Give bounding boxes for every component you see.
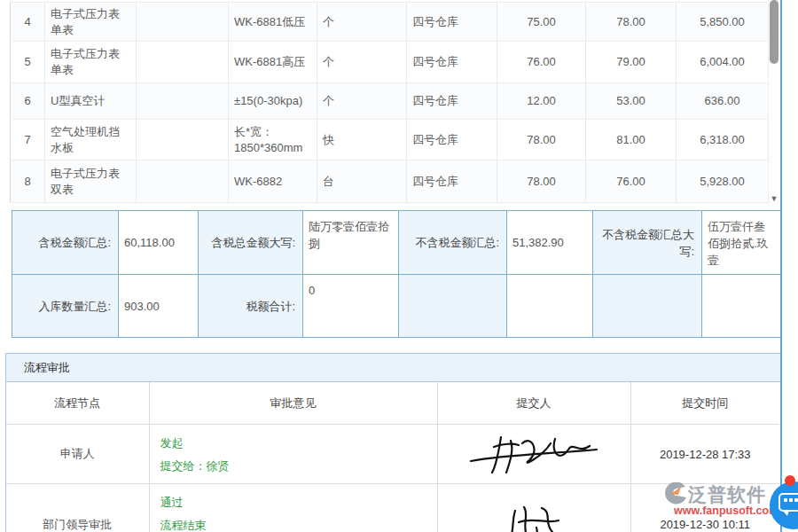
empty-cell xyxy=(137,120,229,160)
signature-image xyxy=(503,500,565,532)
flow-node: 部门领导审批 xyxy=(6,484,149,532)
table-row[interactable]: 8 电子式压力表双表 WK-6882 台 四号仓库 78.00 76.00 5,… xyxy=(11,160,769,203)
totals-summary-table: 含税金额汇总: 60,118.00 含税总金额大写: 陆万零壹佰壹拾捌 不含税金… xyxy=(12,210,781,338)
quantity: 78.00 xyxy=(497,120,586,160)
chat-bubble-icon xyxy=(778,493,798,512)
unit-price: 79.00 xyxy=(586,42,677,83)
unit: 台 xyxy=(317,160,407,203)
warehouse: 四号仓库 xyxy=(407,3,497,42)
warehouse: 四号仓库 xyxy=(407,160,497,203)
row-index: 4 xyxy=(11,3,45,42)
col-header-submitter: 提交人 xyxy=(437,382,630,425)
empty-value-cell xyxy=(702,275,781,338)
tax-excluded-words-label: 不含税金额汇总大写: xyxy=(593,211,702,275)
row-index: 5 xyxy=(11,42,45,83)
flow-node: 申请人 xyxy=(6,425,149,484)
spec-model: ±15(0-30kpa) xyxy=(229,83,317,120)
unit: 个 xyxy=(317,83,407,120)
scroll-down-icon[interactable]: ▼ xyxy=(769,193,779,204)
quantity: 78.00 xyxy=(497,160,586,203)
flow-opinion: 通过 流程结束 xyxy=(149,484,437,532)
opinion-line: 提交给：徐贤 xyxy=(160,455,432,478)
material-name: U型真空计 xyxy=(45,83,137,120)
tax-included-total-value: 60,118.00 xyxy=(119,211,199,275)
col-header-time: 提交时间 xyxy=(630,382,779,425)
content-right-border xyxy=(780,0,782,532)
spec-model: WK-6882 xyxy=(229,160,317,203)
warehouse: 四号仓库 xyxy=(407,83,497,120)
col-header-node: 流程节点 xyxy=(6,382,149,425)
flow-row-dept-leader: 部门领导审批 通过 流程结束 2019-12-30 10:11 xyxy=(6,484,779,532)
notification-dot xyxy=(785,475,795,486)
amount: 6,318.00 xyxy=(677,120,769,160)
unit-price: 78.00 xyxy=(586,3,677,42)
empty-value-cell xyxy=(507,275,593,338)
spec-model: 长*宽：1850*360mm xyxy=(229,120,317,160)
submitter-signature xyxy=(437,484,630,532)
empty-label-cell xyxy=(593,275,702,338)
quantity: 12.00 xyxy=(497,83,586,120)
empty-label-cell xyxy=(399,275,507,338)
warehouse: 四号仓库 xyxy=(407,42,497,83)
unit-price: 76.00 xyxy=(586,160,677,203)
flow-opinion: 发起 提交给：徐贤 xyxy=(149,425,437,484)
row-index: 8 xyxy=(11,160,45,203)
submit-time: 2019-12-28 17:33 xyxy=(630,425,779,484)
opinion-line: 发起 xyxy=(160,432,432,455)
table-row[interactable]: 4 电子式压力表单表 WK-6881低压 个 四号仓库 75.00 78.00 … xyxy=(11,3,769,42)
materials-table: 4 电子式压力表单表 WK-6881低压 个 四号仓库 75.00 78.00 … xyxy=(10,2,769,203)
tax-included-total-label: 含税金额汇总: xyxy=(12,211,119,275)
table-row[interactable]: 7 空气处理机挡水板 长*宽：1850*360mm 快 四号仓库 78.00 8… xyxy=(11,120,769,160)
amount: 6,004.00 xyxy=(677,42,769,83)
empty-cell xyxy=(137,83,229,120)
flow-header-row: 流程节点 审批意见 提交人 提交时间 xyxy=(6,382,779,425)
table-scrollbar[interactable]: ▼ xyxy=(768,0,779,206)
unit-price: 53.00 xyxy=(586,83,677,120)
material-name: 空气处理机挡水板 xyxy=(45,120,137,160)
table-row[interactable]: 5 电子式压力表单表 WK-6881高压 个 四号仓库 76.00 79.00 … xyxy=(11,42,769,83)
workflow-approval-panel: 流程审批 流程节点 审批意见 提交人 提交时间 申请人 发起 提交给：徐贤 xyxy=(5,353,782,532)
empty-cell xyxy=(137,3,229,42)
flow-row-applicant: 申请人 发起 提交给：徐贤 2019-12-28 17:33 xyxy=(6,425,779,484)
empty-cell xyxy=(137,42,229,83)
tax-amount-total-value: 0 xyxy=(303,275,399,338)
inbound-qty-total-label: 入库数量汇总: xyxy=(12,275,119,338)
material-name: 电子式压力表单表 xyxy=(45,42,137,83)
material-name: 电子式压力表双表 xyxy=(45,160,137,203)
warehouse: 四号仓库 xyxy=(407,120,497,160)
unit: 快 xyxy=(317,120,407,160)
spec-model: WK-6881低压 xyxy=(229,3,317,42)
spec-model: WK-6881高压 xyxy=(229,42,317,83)
unit-price: 81.00 xyxy=(586,120,677,160)
inbound-qty-total-value: 903.00 xyxy=(119,275,199,338)
tax-amount-total-label: 税额合计: xyxy=(199,275,303,338)
unit: 个 xyxy=(317,3,407,42)
material-name: 电子式压力表单表 xyxy=(45,3,137,42)
panel-title: 流程审批 xyxy=(6,354,781,382)
scrollbar-thumb[interactable] xyxy=(770,0,778,64)
opinion-line: 流程结束 xyxy=(160,514,432,532)
empty-cell xyxy=(137,160,229,203)
amount: 5,928.00 xyxy=(677,160,769,203)
col-header-opinion: 审批意见 xyxy=(149,382,437,425)
opinion-line: 通过 xyxy=(160,491,432,514)
quantity: 75.00 xyxy=(497,3,586,42)
row-index: 6 xyxy=(11,83,45,120)
row-index: 7 xyxy=(11,120,45,160)
submitter-signature xyxy=(437,425,630,484)
chat-bubble-tail xyxy=(782,510,789,516)
unit: 个 xyxy=(317,42,407,83)
quantity: 76.00 xyxy=(497,42,586,83)
amount: 5,850.00 xyxy=(677,3,769,42)
signature-image xyxy=(467,431,600,475)
tax-excluded-words-value: 伍万壹仟叁佰捌拾贰.玖壹 xyxy=(702,211,781,275)
tax-included-words-value: 陆万零壹佰壹拾捌 xyxy=(303,211,399,275)
table-row[interactable]: 6 U型真空计 ±15(0-30kpa) 个 四号仓库 12.00 53.00 … xyxy=(11,83,769,120)
amount: 636.00 xyxy=(677,83,769,120)
tax-excluded-total-label: 不含税金额汇总: xyxy=(399,211,507,275)
submit-time: 2019-12-30 10:11 xyxy=(630,484,779,532)
tax-excluded-total-value: 51,382.90 xyxy=(507,211,593,275)
tax-included-words-label: 含税总金额大写: xyxy=(199,211,303,275)
